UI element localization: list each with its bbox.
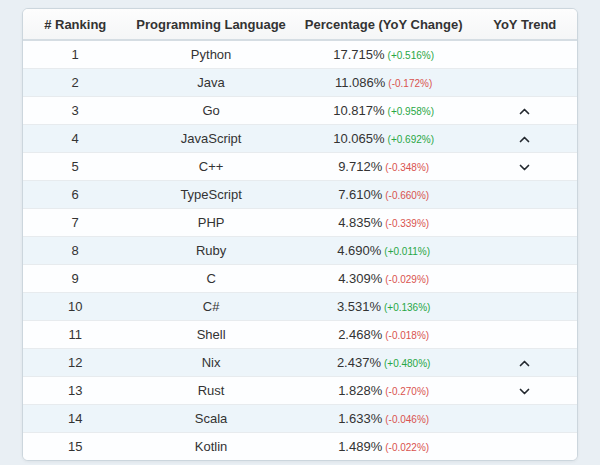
table-row: 7 PHP 4.835%(-0.339%) <box>23 209 577 237</box>
language-cell: Rust <box>127 377 294 405</box>
yoy-change-value: (-0.660%) <box>385 190 429 201</box>
trend-cell <box>473 377 577 405</box>
language-cell: Nix <box>127 349 294 377</box>
percentage-cell: 11.086%(-0.172%) <box>295 69 473 97</box>
trend-cell <box>473 293 577 321</box>
rank-cell: 8 <box>23 237 127 265</box>
yoy-change-value: (+0.692%) <box>388 134 434 145</box>
language-cell: Python <box>127 40 294 69</box>
percentage-value: 4.835% <box>338 215 382 230</box>
percentage-value: 9.712% <box>338 159 382 174</box>
table-row: 10 C# 3.531%(+0.136%) <box>23 293 577 321</box>
rank-cell: 4 <box>23 125 127 153</box>
trend-cell <box>473 153 577 181</box>
yoy-change-value: (-0.172%) <box>388 78 432 89</box>
page: # Ranking Programming Language Percentag… <box>0 0 600 465</box>
trend-cell <box>473 125 577 153</box>
trend-cell <box>473 405 577 433</box>
yoy-change-value: (+0.958%) <box>388 106 434 117</box>
percentage-value: 1.633% <box>338 411 382 426</box>
percentage-cell: 7.610%(-0.660%) <box>295 181 473 209</box>
percentage-cell: 1.828%(-0.270%) <box>295 377 473 405</box>
language-cell: Java <box>127 69 294 97</box>
chevron-up-icon <box>518 135 531 144</box>
trend-cell <box>473 265 577 293</box>
chevron-up-icon <box>518 107 531 116</box>
percentage-cell: 10.817%(+0.958%) <box>295 97 473 125</box>
language-cell: PHP <box>127 209 294 237</box>
table-row: 1 Python 17.715%(+0.516%) <box>23 40 577 69</box>
trend-cell <box>473 237 577 265</box>
yoy-change-value: (-0.022%) <box>385 442 429 453</box>
trend-cell <box>473 349 577 377</box>
table-row: 12 Nix 2.437%(+0.480%) <box>23 349 577 377</box>
trend-cell <box>473 181 577 209</box>
rank-cell: 3 <box>23 97 127 125</box>
percentage-cell: 2.437%(+0.480%) <box>295 349 473 377</box>
table-row: 9 C 4.309%(-0.029%) <box>23 265 577 293</box>
chevron-down-icon <box>518 387 531 396</box>
percentage-value: 3.531% <box>337 299 381 314</box>
table-header: # Ranking Programming Language Percentag… <box>23 9 577 40</box>
rank-cell: 11 <box>23 321 127 349</box>
language-cell: Scala <box>127 405 294 433</box>
language-cell: Ruby <box>127 237 294 265</box>
rank-cell: 1 <box>23 40 127 69</box>
col-header-percentage: Percentage (YoY Change) <box>295 9 473 40</box>
language-cell: C# <box>127 293 294 321</box>
percentage-value: 2.468% <box>338 327 382 342</box>
col-header-language: Programming Language <box>127 9 294 40</box>
table-row: 6 TypeScript 7.610%(-0.660%) <box>23 181 577 209</box>
percentage-value: 1.828% <box>338 383 382 398</box>
rank-cell: 9 <box>23 265 127 293</box>
table-row: 14 Scala 1.633%(-0.046%) <box>23 405 577 433</box>
percentage-value: 10.817% <box>333 103 384 118</box>
yoy-change-value: (-0.270%) <box>385 386 429 397</box>
trend-cell <box>473 433 577 461</box>
yoy-change-value: (+0.516%) <box>388 50 434 61</box>
percentage-value: 4.690% <box>337 243 381 258</box>
percentage-cell: 1.489%(-0.022%) <box>295 433 473 461</box>
percentage-value: 2.437% <box>337 355 381 370</box>
percentage-cell: 17.715%(+0.516%) <box>295 40 473 69</box>
yoy-change-value: (-0.018%) <box>385 330 429 341</box>
table-row: 15 Kotlin 1.489%(-0.022%) <box>23 433 577 461</box>
yoy-change-value: (-0.046%) <box>385 414 429 425</box>
yoy-change-value: (-0.348%) <box>385 162 429 173</box>
language-cell: TypeScript <box>127 181 294 209</box>
percentage-cell: 10.065%(+0.692%) <box>295 125 473 153</box>
percentage-value: 7.610% <box>338 187 382 202</box>
trend-cell <box>473 209 577 237</box>
language-cell: C++ <box>127 153 294 181</box>
trend-cell <box>473 97 577 125</box>
language-ranking-table: # Ranking Programming Language Percentag… <box>23 9 577 460</box>
table-row: 4 JavaScript 10.065%(+0.692%) <box>23 125 577 153</box>
percentage-cell: 2.468%(-0.018%) <box>295 321 473 349</box>
ranking-table-card: # Ranking Programming Language Percentag… <box>22 8 578 461</box>
language-cell: C <box>127 265 294 293</box>
percentage-value: 11.086% <box>335 75 385 90</box>
yoy-change-value: (+0.136%) <box>384 302 430 313</box>
rank-cell: 14 <box>23 405 127 433</box>
table-row: 13 Rust 1.828%(-0.270%) <box>23 377 577 405</box>
rank-cell: 6 <box>23 181 127 209</box>
percentage-cell: 4.309%(-0.029%) <box>295 265 473 293</box>
trend-cell <box>473 40 577 69</box>
header-row: # Ranking Programming Language Percentag… <box>23 9 577 40</box>
language-cell: Shell <box>127 321 294 349</box>
yoy-change-value: (-0.339%) <box>385 218 429 229</box>
trend-cell <box>473 321 577 349</box>
yoy-change-value: (+0.480%) <box>384 358 430 369</box>
percentage-cell: 4.690%(+0.011%) <box>295 237 473 265</box>
yoy-change-value: (+0.011%) <box>384 246 430 257</box>
percentage-cell: 4.835%(-0.339%) <box>295 209 473 237</box>
chevron-up-icon <box>518 359 531 368</box>
percentage-cell: 3.531%(+0.136%) <box>295 293 473 321</box>
rank-cell: 15 <box>23 433 127 461</box>
col-header-ranking: # Ranking <box>23 9 127 40</box>
percentage-cell: 1.633%(-0.046%) <box>295 405 473 433</box>
percentage-cell: 9.712%(-0.348%) <box>295 153 473 181</box>
percentage-value: 10.065% <box>333 131 384 146</box>
table-row: 2 Java 11.086%(-0.172%) <box>23 69 577 97</box>
table-row: 8 Ruby 4.690%(+0.011%) <box>23 237 577 265</box>
